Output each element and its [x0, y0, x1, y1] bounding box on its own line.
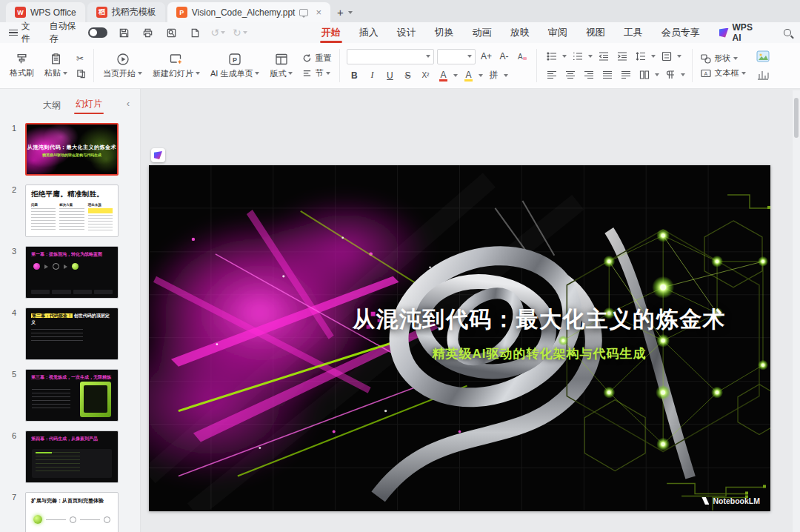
wps-ai-float-button[interactable]: [151, 148, 165, 162]
slide-thumbnail-7[interactable]: 扩展与完善：从首页到完整体验: [25, 492, 119, 532]
tab-home[interactable]: 开始: [321, 22, 341, 43]
layout-button[interactable]: 版式: [264, 47, 298, 84]
tab-list-dropdown-icon[interactable]: [348, 11, 353, 14]
tab-current-document[interactable]: P Vision_Code_Alchemy.ppt ×: [167, 2, 330, 22]
tab-design[interactable]: 设计: [397, 22, 416, 43]
clear-format-icon[interactable]: A: [514, 49, 530, 64]
cut-button[interactable]: ✂: [76, 53, 86, 64]
align-justify-icon[interactable]: [599, 67, 615, 82]
highlight-button[interactable]: A: [461, 68, 476, 83]
undo-dropdown-icon[interactable]: [221, 31, 225, 34]
paste-dropdown-icon[interactable]: [63, 72, 67, 75]
section-dropdown-icon[interactable]: [326, 72, 330, 75]
pinyin-dropdown-icon[interactable]: [504, 74, 508, 77]
decrease-font-button[interactable]: A-: [496, 49, 511, 64]
font-color-button[interactable]: A: [436, 68, 450, 83]
slide-thumbnail-4[interactable]: 第二幕：代码炼金！ 创世代码的顶层定义: [25, 307, 119, 360]
align-right-icon[interactable]: [581, 67, 596, 82]
numbered-dropdown-icon[interactable]: [588, 55, 593, 58]
bold-button[interactable]: B: [347, 68, 361, 83]
align-center-icon[interactable]: [562, 67, 578, 82]
underline-button[interactable]: U: [382, 68, 397, 83]
tab-slideshow[interactable]: 放映: [510, 22, 530, 43]
format-painter-button[interactable]: 格式刷: [4, 47, 39, 84]
line-spacing-dropdown-icon[interactable]: [651, 55, 656, 58]
pinyin-guide-button[interactable]: 拼: [486, 68, 501, 83]
slide-thumbnail-3[interactable]: 第一幕：提炼混沌，转化为战略蓝图: [25, 246, 119, 299]
export-pdf-icon[interactable]: [187, 25, 203, 40]
align-left-icon[interactable]: [544, 67, 559, 82]
redo-dropdown-icon[interactable]: [243, 31, 247, 34]
redo-icon[interactable]: ↻: [233, 27, 241, 39]
text-direction-icon[interactable]: [659, 49, 674, 64]
paste-button[interactable]: 粘贴: [39, 47, 73, 84]
font-color-dropdown-icon[interactable]: [453, 74, 458, 77]
paragraph-settings-icon[interactable]: [662, 67, 678, 82]
section-button[interactable]: 节: [302, 67, 331, 79]
tab-wps-office[interactable]: W WPS Office: [6, 2, 85, 22]
ai-generate-dropdown-icon[interactable]: [255, 72, 259, 75]
tab-tools[interactable]: 工具: [624, 22, 643, 43]
increase-font-button[interactable]: A+: [479, 49, 493, 64]
slides-tab[interactable]: 幻灯片: [76, 98, 102, 113]
superscript-button[interactable]: X²: [418, 68, 433, 83]
tab-docer-templates[interactable]: 稻 找稻壳模板: [87, 2, 165, 22]
autosave-toggle[interactable]: [88, 27, 108, 38]
editing-canvas[interactable]: 从混沌到代码：最大化主义的炼金术 精英级AI驱动的转化架构与代码生成 Noteb…: [141, 89, 800, 532]
bullet-dropdown-icon[interactable]: [562, 55, 567, 58]
text-direction-dropdown-icon[interactable]: [677, 55, 681, 58]
tab-view[interactable]: 视图: [586, 22, 605, 43]
tab-membership[interactable]: 会员专享: [661, 22, 700, 43]
slide-thumbnail-1[interactable]: 从混沌到代码：最大化主义的炼金术 精英级AI驱动的转化架构与代码生成: [25, 123, 119, 176]
align-distribute-icon[interactable]: [618, 67, 633, 82]
columns-dropdown-icon[interactable]: [655, 73, 659, 76]
undo-icon[interactable]: ↺: [210, 27, 219, 39]
italic-button[interactable]: I: [364, 68, 379, 83]
search-icon[interactable]: [784, 29, 791, 36]
ai-generate-page-button[interactable]: P AI 生成单页: [205, 47, 264, 84]
slide-thumbnail-5[interactable]: 第三幕：视觉炼成，一次生成，无限精炼: [25, 369, 119, 422]
shapes-dropdown-icon[interactable]: [733, 57, 738, 60]
start-from-current-button[interactable]: 当页开始: [98, 47, 147, 84]
scrollbar-thumb[interactable]: [794, 98, 799, 138]
print-preview-icon[interactable]: [164, 25, 179, 40]
copy-button[interactable]: [76, 69, 86, 79]
close-tab-icon[interactable]: ×: [316, 7, 321, 18]
strikethrough-button[interactable]: S: [400, 68, 415, 83]
new-slide-button[interactable]: 新建幻灯片: [147, 47, 205, 84]
textbox-button[interactable]: A 文本框: [701, 67, 746, 79]
collapse-panel-icon[interactable]: ‹: [127, 98, 130, 109]
textbox-dropdown-icon[interactable]: [741, 72, 746, 75]
file-menu-button[interactable]: 文件: [9, 20, 39, 45]
vertical-scrollbar[interactable]: [793, 90, 800, 532]
shapes-button[interactable]: 形状: [701, 53, 746, 64]
paragraph-dropdown-icon[interactable]: [681, 73, 685, 76]
insert-chart-icon[interactable]: [755, 67, 770, 82]
start-dropdown-icon[interactable]: [138, 72, 142, 75]
numbered-list-icon[interactable]: [570, 49, 585, 64]
wps-ai-button[interactable]: WPS AI: [719, 22, 763, 43]
slide-thumbnail-2[interactable]: 拒绝平庸。精准制胜。 问题 解决方案 理念来源: [25, 184, 119, 237]
line-spacing-icon[interactable]: [633, 49, 648, 64]
outline-tab[interactable]: 大纲: [43, 99, 61, 112]
layout-dropdown-icon[interactable]: [288, 72, 293, 75]
current-slide[interactable]: 从混沌到代码：最大化主义的炼金术 精英级AI驱动的转化架构与代码生成 Noteb…: [149, 165, 770, 511]
print-icon[interactable]: [140, 25, 156, 40]
new-tab-button[interactable]: +: [337, 6, 344, 19]
save-icon[interactable]: [116, 25, 132, 40]
new-slide-dropdown-icon[interactable]: [196, 72, 200, 75]
bullet-list-icon[interactable]: [544, 49, 559, 64]
slide-thumbnail-6[interactable]: 第四幕：代码生成，从像素到产品: [25, 430, 119, 483]
slide-subtitle-textbox[interactable]: 精英级AI驱动的转化架构与代码生成: [308, 345, 770, 362]
tab-animations[interactable]: 动画: [473, 22, 492, 43]
highlight-dropdown-icon[interactable]: [479, 74, 483, 77]
reset-button[interactable]: 重置: [302, 53, 331, 64]
font-family-select[interactable]: [347, 49, 434, 64]
font-size-select[interactable]: [437, 49, 476, 64]
slide-title-textbox[interactable]: 从混沌到代码：最大化主义的炼金术: [308, 305, 770, 335]
tab-insert[interactable]: 插入: [359, 22, 379, 43]
increase-indent-icon[interactable]: [614, 49, 630, 64]
tab-review[interactable]: 审阅: [548, 22, 567, 43]
insert-picture-icon[interactable]: [755, 49, 770, 64]
decrease-indent-icon[interactable]: [596, 49, 611, 64]
